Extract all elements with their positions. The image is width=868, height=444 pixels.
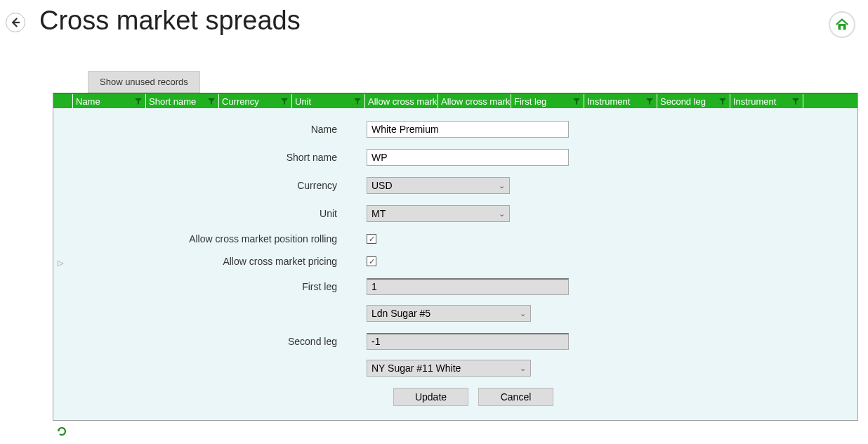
second-leg-instrument-value: NY Sugar #11 White <box>371 363 461 374</box>
toolbar: Show unused records <box>88 71 868 93</box>
update-button[interactable]: Update <box>393 388 468 406</box>
name-field[interactable] <box>367 121 569 138</box>
chevron-down-icon: ⌄ <box>499 209 505 218</box>
col-allow-rolling[interactable]: Allow cross market position rolling <box>365 94 438 108</box>
row-marker-icon: ▷ <box>58 259 63 268</box>
col-second-leg[interactable]: Second leg <box>657 94 730 108</box>
filter-icon[interactable] <box>207 97 216 105</box>
filter-icon[interactable] <box>134 97 143 105</box>
col-short-name[interactable]: Short name <box>146 94 219 108</box>
label-short-name: Short name <box>53 152 367 163</box>
grid-header: Name Short name Currency Unit Allow cros… <box>53 93 857 108</box>
col-label: First leg <box>514 96 546 107</box>
currency-select[interactable]: USD ⌄ <box>367 177 510 194</box>
refresh-button[interactable] <box>56 426 67 437</box>
currency-value: USD <box>371 180 393 191</box>
grid: Name Short name Currency Unit Allow cros… <box>53 93 858 421</box>
home-icon <box>834 17 850 32</box>
col-allow-pricing[interactable]: Allow cross market pricing <box>438 94 511 108</box>
col-label: Unit <box>295 96 311 107</box>
col-label: Short name <box>149 96 196 107</box>
unit-select[interactable]: MT ⌄ <box>367 205 510 222</box>
label-currency: Currency <box>53 180 367 191</box>
label-second-leg: Second leg <box>53 336 367 347</box>
allow-pricing-checkbox[interactable]: ✓ <box>367 256 376 266</box>
label-allow-pricing: Allow cross market pricing <box>53 256 367 267</box>
cancel-button[interactable]: Cancel <box>478 388 553 406</box>
label-allow-rolling: Allow cross market position rolling <box>53 233 367 244</box>
short-name-field[interactable] <box>367 149 569 166</box>
chevron-down-icon: ⌄ <box>520 364 526 373</box>
row-indicator-header <box>53 94 73 108</box>
col-label: Name <box>76 96 100 107</box>
col-label: Second leg <box>660 96 706 107</box>
col-label: Currency <box>222 96 259 107</box>
col-first-leg[interactable]: First leg <box>511 94 584 108</box>
col-label: Allow cross market pricing <box>441 96 511 107</box>
form-buttons: Update Cancel <box>393 388 857 406</box>
filter-icon[interactable] <box>791 97 800 105</box>
back-button[interactable] <box>6 13 25 32</box>
col-label: Instrument <box>587 96 630 107</box>
col-unit[interactable]: Unit <box>292 94 365 108</box>
filter-icon[interactable] <box>572 97 581 105</box>
arrow-left-icon <box>9 16 22 29</box>
col-instrument-1[interactable]: Instrument <box>584 94 657 108</box>
header-spacer <box>803 94 857 108</box>
show-unused-button[interactable]: Show unused records <box>88 71 200 93</box>
filter-icon[interactable] <box>280 97 289 105</box>
filter-icon[interactable] <box>353 97 362 105</box>
label-first-leg: First leg <box>53 281 367 292</box>
col-currency[interactable]: Currency <box>219 94 292 108</box>
header-bar: Cross market spreads <box>0 0 868 36</box>
unit-value: MT <box>371 208 386 219</box>
col-name[interactable]: Name <box>73 94 146 108</box>
filter-icon[interactable] <box>645 97 654 105</box>
label-unit: Unit <box>53 208 367 219</box>
col-instrument-2[interactable]: Instrument <box>730 94 803 108</box>
label-name: Name <box>53 124 367 135</box>
chevron-down-icon: ⌄ <box>520 309 526 318</box>
second-leg-qty-field[interactable]: -1 <box>367 333 569 350</box>
col-label: Allow cross market position rolling <box>368 96 438 107</box>
col-label: Instrument <box>733 96 776 107</box>
refresh-icon <box>56 426 67 437</box>
edit-form: ▷ Name Short name Currency USD ⌄ Unit MT… <box>53 108 857 420</box>
svg-rect-1 <box>841 26 843 30</box>
first-leg-instrument-select[interactable]: Ldn Sugar #5 ⌄ <box>367 305 531 322</box>
first-leg-instrument-value: Ldn Sugar #5 <box>371 308 430 319</box>
second-leg-instrument-select[interactable]: NY Sugar #11 White ⌄ <box>367 360 531 377</box>
filter-icon[interactable] <box>718 97 727 105</box>
page-title: Cross market spreads <box>39 6 301 36</box>
chevron-down-icon: ⌄ <box>499 181 505 190</box>
home-button[interactable] <box>829 11 855 38</box>
allow-rolling-checkbox[interactable]: ✓ <box>367 234 376 244</box>
first-leg-qty-field[interactable]: 1 <box>367 278 569 295</box>
